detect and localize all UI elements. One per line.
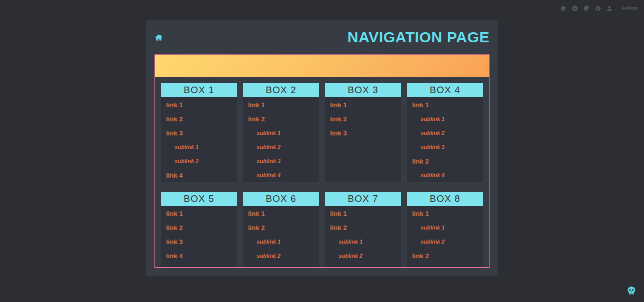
page-title: NAVIGATION PAGE (347, 29, 490, 46)
box-body: link 1link 2link 3 (325, 97, 401, 182)
nav-link[interactable]: link 2 (407, 249, 483, 263)
nav-sublink[interactable]: sublink 1 (325, 235, 401, 249)
nav-sublink[interactable]: sublink 1 (407, 112, 483, 126)
box-title[interactable]: BOX 5 (161, 192, 237, 206)
nav-sublink[interactable]: sublink 1 (407, 220, 483, 235)
nav-link[interactable]: link 2 (161, 112, 237, 126)
box-title[interactable]: BOX 4 (407, 83, 483, 97)
gear-icon[interactable] (595, 5, 601, 12)
box-title[interactable]: BOX 6 (243, 192, 319, 206)
nav-box: BOX 4link 1sublink 1sublink 2sublink 3li… (407, 83, 483, 182)
nav-link[interactable]: link 1 (325, 98, 401, 112)
box-title[interactable]: BOX 1 (161, 83, 237, 97)
nav-box: BOX 6link 1link 2sublink 1sublink 2 (243, 192, 319, 268)
box-title[interactable]: BOX 2 (243, 83, 319, 97)
main-panel: NAVIGATION PAGE BOX 1link 1link 2link 3s… (146, 20, 498, 276)
nav-link[interactable]: link 2 (407, 154, 483, 168)
nav-sublink[interactable]: sublink 2 (325, 249, 401, 263)
nav-sublink[interactable]: sublink 3 (407, 140, 483, 154)
nav-sublink[interactable]: sublink 1 (243, 235, 319, 249)
site-topbar: Follow (560, 0, 644, 16)
box-body: link 1link 2sublink 1sublink 2 (325, 206, 401, 268)
nav-box: BOX 7link 1link 2sublink 1sublink 2 (325, 192, 401, 268)
home-icon[interactable] (154, 33, 163, 42)
nav-link[interactable]: link 1 (325, 206, 401, 220)
box-title[interactable]: BOX 8 (407, 192, 483, 206)
box-body: link 1link 2link 3link 4 (161, 206, 237, 268)
box-body: link 1sublink 1sublink 2link 2 (407, 206, 483, 268)
box-title[interactable]: BOX 7 (325, 192, 401, 206)
nav-link[interactable]: link 1 (161, 206, 237, 220)
box-body: link 1sublink 1sublink 2sublink 3link 2s… (407, 97, 483, 182)
skull-icon[interactable] (627, 286, 636, 295)
box-body: link 1link 2link 3sublink 1sublink 2link… (161, 97, 237, 182)
add-icon[interactable] (572, 5, 578, 12)
nav-link[interactable]: link 3 (161, 126, 237, 140)
box-body: link 1link 2sublink 1sublink 2 (243, 206, 319, 268)
user-icon[interactable] (606, 5, 613, 12)
nav-sublink[interactable]: sublink 2 (243, 140, 319, 154)
nav-link[interactable]: link 3 (325, 126, 401, 140)
nav-sublink[interactable]: sublink 2 (407, 235, 483, 249)
box-body: link 1link 2sublink 1sublink 2sublink 3s… (243, 97, 319, 182)
nav-sublink[interactable]: sublink 4 (407, 168, 483, 182)
nav-box: BOX 2link 1link 2sublink 1sublink 2subli… (243, 83, 319, 182)
nav-link[interactable]: link 1 (243, 206, 319, 220)
nav-sublink[interactable]: sublink 1 (243, 126, 319, 140)
nav-link[interactable]: link 4 (161, 168, 237, 182)
nav-box: BOX 3link 1link 2link 3 (325, 83, 401, 182)
nav-link[interactable]: link 2 (161, 220, 237, 235)
nav-sublink[interactable]: sublink 4 (243, 168, 319, 182)
follow-button[interactable]: Follow (622, 6, 637, 11)
nav-sublink[interactable]: sublink 3 (243, 154, 319, 168)
nav-box: BOX 8link 1sublink 1sublink 2link 2 (407, 192, 483, 268)
nav-link[interactable]: link 2 (325, 220, 401, 235)
nav-box: BOX 5link 1link 2link 3link 4 (161, 192, 237, 268)
nav-link[interactable]: link 1 (407, 206, 483, 220)
nav-link[interactable]: link 2 (243, 220, 319, 235)
palette-icon[interactable] (583, 5, 590, 12)
nav-link[interactable]: link 1 (161, 98, 237, 112)
nav-sublink[interactable]: sublink 1 (161, 140, 237, 154)
nav-link[interactable]: link 2 (243, 112, 319, 126)
home-icon[interactable] (560, 5, 567, 12)
nav-link[interactable]: link 4 (161, 249, 237, 263)
panel-header: NAVIGATION PAGE (146, 20, 498, 54)
nav-sublink[interactable]: sublink 2 (161, 154, 237, 168)
nav-link[interactable]: link 3 (161, 235, 237, 249)
nav-sublink[interactable]: sublink 2 (243, 249, 319, 263)
box-title[interactable]: BOX 3 (325, 83, 401, 97)
banner (155, 55, 489, 77)
nav-sublink[interactable]: sublink 2 (407, 126, 483, 140)
nav-container: BOX 1link 1link 2link 3sublink 1sublink … (154, 54, 490, 268)
nav-link[interactable]: link 2 (325, 112, 401, 126)
nav-box: BOX 1link 1link 2link 3sublink 1sublink … (161, 83, 237, 182)
box-grid: BOX 1link 1link 2link 3sublink 1sublink … (155, 77, 489, 268)
nav-link[interactable]: link 1 (243, 98, 319, 112)
nav-link[interactable]: link 1 (407, 98, 483, 112)
